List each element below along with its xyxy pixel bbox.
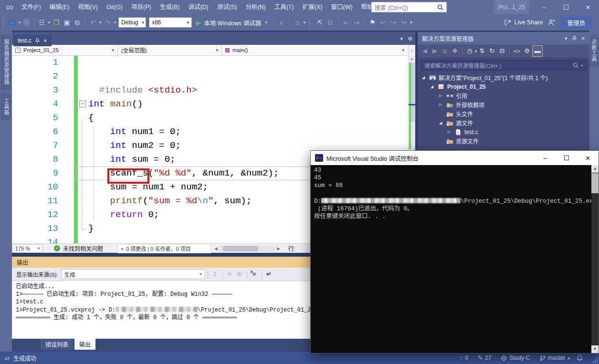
glyph-margin[interactable] [62,194,74,208]
new-project-dropdown[interactable]: ▾ [48,20,51,25]
refresh-button[interactable]: ↻ [487,46,497,56]
scrollbar-thumb[interactable] [591,173,599,193]
tree-expander-icon[interactable]: ◢ [429,84,435,89]
decrease-indent-button[interactable]: ⇤ [341,17,351,28]
show-all-files-toggle[interactable]: ▬ [532,45,543,57]
tree-expander-icon[interactable]: ◢ [438,121,443,125]
pending-changes-filter-button[interactable]: ◷ [465,46,474,56]
project-scope-dropdown[interactable]: + Project_01_25 ▾ [12,45,118,55]
menu-item-11[interactable]: 窗口(W) [326,0,357,14]
platform-dropdown[interactable]: x86▾ [149,17,192,28]
code-line-5[interactable]: 5{ [12,111,408,125]
feedback-person-icon[interactable] [547,19,555,26]
glyph-margin[interactable] [62,236,74,243]
outlining-margin[interactable] [78,194,88,208]
back-button[interactable]: ◀ [420,46,430,56]
properties-button[interactable]: ⚙ [522,46,532,56]
document-tab-testc[interactable]: test.c ✕ [13,35,52,46]
forward-button[interactable]: ▶ [430,46,440,56]
navigate-back-dropdown[interactable]: ▾ [19,20,21,25]
codelens-indicator[interactable]: « 0 项更改 | 0 名作者，0 项目 [117,244,211,253]
menu-item-7[interactable]: 测试(S) [213,0,242,14]
save-all-button[interactable]: ⧉ [72,17,83,28]
tree-expander-icon[interactable]: ▷ [438,94,443,98]
scroll-left-arrow[interactable]: ◀ [213,246,219,251]
outlining-margin[interactable] [78,56,88,70]
tree-item--[interactable]: 头文件 [418,109,589,118]
code-line-3[interactable]: 3 #include <stdio.h> [12,83,408,97]
glyph-margin[interactable] [62,70,74,83]
toggle-word-wrap-button[interactable]: ↵ [264,270,274,278]
push-count-button[interactable]: ↑ 0 [457,354,471,361]
attach-to-process-button[interactable]: ⇱ [315,17,325,28]
console-maximize-button[interactable] [556,151,577,165]
branch-button[interactable]: master ▴ [537,354,573,361]
redo-dropdown[interactable]: ▾ [114,20,116,25]
tree-expander-icon[interactable]: ◢ [420,75,426,80]
code-line-6[interactable]: 6 int num1 = 0; [12,125,408,139]
menu-item-5[interactable]: 生成(B) [156,0,184,14]
performance-profiler-icon[interactable]: ⌕ [276,17,287,28]
code-line-4[interactable]: 4−int main() [12,97,408,111]
tree-expander-icon[interactable]: ▷ [446,130,452,134]
outlining-margin[interactable]: − [78,97,88,111]
scrollbar-track[interactable] [219,246,275,251]
filter-dropdown-icon[interactable]: ▾ [475,49,477,53]
clear-all-output-button[interactable]: ≡✕ [250,270,259,278]
quick-search-box[interactable]: 搜索 (Ctrl+Q) [371,2,447,12]
editor-horizontal-scrollbar[interactable]: ◀ ▶ [213,246,282,251]
home-dropdown[interactable]: ▾ [304,20,306,25]
outlining-margin[interactable] [78,139,88,153]
redo-button[interactable]: ↷ [103,17,113,28]
sync-with-active-document-button[interactable]: ⇅ [477,46,487,56]
save-button[interactable]: ▣ [62,17,72,28]
glyph-margin[interactable] [62,83,74,97]
editor-splitter-handle[interactable]: ↕ [408,45,415,56]
console-close-button[interactable]: ✕ [577,151,599,165]
pending-edits-button[interactable]: ✎ 27 [475,354,494,361]
outlining-margin[interactable] [78,153,88,166]
tree-item-project_01_25[interactable]: ◢++Project_01_25 [418,82,589,91]
code-line-1[interactable]: 1 [12,56,408,70]
member-dropdown[interactable]: main() ▾ [222,45,415,55]
home-button[interactable]: ⌂ [440,46,450,56]
glyph-margin[interactable] [62,111,74,125]
scroll-up-arrow[interactable]: ▲ [591,165,599,173]
view-code-button[interactable]: <> [512,46,522,56]
debugger-dropdown[interactable]: ▾ [265,20,267,25]
codelens-collapse-icon[interactable]: « [121,246,124,251]
glyph-margin[interactable] [62,222,74,236]
tree-item--[interactable]: ◢源文件 [418,118,589,127]
glyph-margin[interactable] [62,56,74,70]
undo-button[interactable]: ↶ [88,17,98,28]
glyph-margin[interactable] [62,153,74,166]
tree-item-test.c[interactable]: ▷ctest.c [418,127,589,136]
switch-views-button[interactable]: ❖ [450,46,460,56]
outlining-margin[interactable] [78,208,88,222]
outlining-margin[interactable] [78,70,88,83]
tab-list-dropdown-icon[interactable]: ▾ [400,36,403,42]
bookmark-dropdown[interactable]: ▾ [410,20,412,25]
previous-message-button[interactable]: ≡ [225,270,235,278]
configuration-dropdown[interactable]: Debug▾ [118,17,146,28]
menu-item-3[interactable]: Git(G) [102,0,127,14]
tree-item--project_01_25-1-1-[interactable]: ◢解决方案"Project_01_25"(1 个项目/共 1 个) [418,73,589,82]
undo-dropdown[interactable]: ▾ [99,20,102,25]
menu-item-1[interactable]: 编辑(E) [45,0,74,14]
notifications-bell-icon[interactable] [577,354,583,361]
menu-item-4[interactable]: 项目(P) [127,0,156,14]
menu-item-2[interactable]: 视图(V) [74,0,102,14]
toolbar-drag-grip[interactable] [309,18,312,27]
console-output-text[interactable]: 4345sum = 88 D:\Project_01_25\Debug\Proj… [311,165,591,353]
outlining-margin[interactable] [78,236,88,243]
scroll-down-arrow[interactable]: ▼ [591,345,599,353]
window-resize-grip[interactable] [592,357,598,363]
next-bookmark-button[interactable]: ↪ [388,17,399,28]
tree-expander-icon[interactable]: ▷ [438,103,443,107]
sidebar-tab-server-explorer[interactable]: 服务器资源管理器 [1,34,11,90]
glyph-margin[interactable] [62,166,74,180]
output-source-dropdown[interactable]: 生成 ▾ [61,269,205,279]
clear-bookmarks-button[interactable]: ↬ [399,17,409,28]
previous-bookmark-button[interactable]: ↩ [378,17,388,28]
type-scope-dropdown[interactable]: (全局范围) ▾ [118,45,222,55]
